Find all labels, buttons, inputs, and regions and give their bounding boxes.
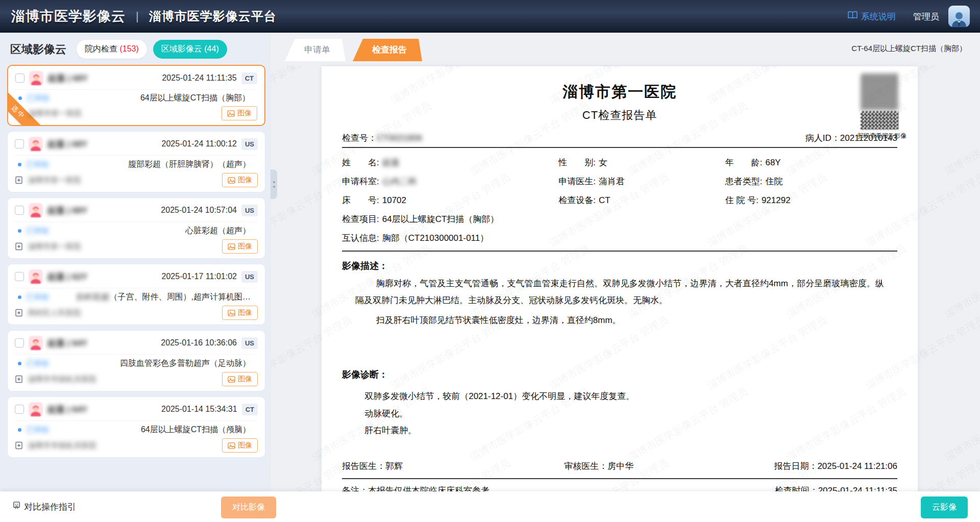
card-checkbox[interactable] [15, 272, 24, 281]
report-document: 扫码查看报告影像 淄博市第一医院 CT检查报告单 检查号：CT0021906 病… [322, 66, 918, 491]
exam-card[interactable]: 选中 赵嘉 | 68Y 2025-01-24 11:11:35 CT 已审核 6… [7, 65, 265, 126]
exam-status: 已审核 [26, 359, 49, 368]
exam-name: 四肢血管彩色多普勒超声（足动脉） [120, 358, 251, 369]
hospital-name: 淄博市第一医院 [28, 109, 82, 118]
patient-avatar-icon [29, 203, 43, 217]
system-help-link[interactable]: 系统说明 [848, 11, 896, 22]
card-checkbox[interactable] [15, 405, 24, 414]
description-body: 胸廓对称，气管及主支气管通畅，支气管血管束走行自然。双肺见多发微小结节，边界清，… [342, 275, 897, 329]
cloud-images-button[interactable]: 云影像 [921, 496, 968, 518]
description-paragraph: 扫及肝右叶顶部见结节状囊性低密度灶，边界清，直径约8mm。 [355, 312, 884, 329]
hospital-name: 淄博市第一医院 [28, 242, 81, 252]
description-title: 影像描述： [342, 260, 897, 272]
exam-name: 64层以上螺旋CT扫描（胸部） [140, 93, 250, 104]
exam-status: 已审核 [26, 292, 49, 302]
tab-regional-cloud[interactable]: 区域影像云 (44) [153, 40, 227, 59]
tab-hospital-exams[interactable]: 院内检查 (153) [77, 40, 147, 59]
exam-no: 检查号：CT0021906 [342, 132, 422, 144]
app-logo: 淄博市医学影像云 [11, 7, 126, 26]
modality-badge: US [241, 271, 258, 283]
status-dot [18, 295, 21, 299]
status-dot [18, 362, 21, 365]
exam-card[interactable]: 赵嘉 | 68Y 2025-01-24 11:00:12 US 已审核 腹部彩超… [7, 131, 265, 192]
sidebar-collapse-handle[interactable] [271, 169, 277, 199]
patient-field: 互认信息:胸部（CT210300001-011） [342, 232, 897, 244]
patient-avatar-icon [29, 336, 43, 350]
patient-avatar-icon [29, 269, 43, 284]
status-dot [18, 163, 21, 166]
exam-date: 2025-01-24 11:11:35 [162, 73, 236, 83]
modality-badge: US [241, 337, 258, 349]
app-header: 淄博市医学影像云 | 淄博市医学影像云平台 系统说明 管理员 [0, 0, 980, 33]
exam-card[interactable]: 赵嘉 | 64Y 2025-01-16 10:36:06 US 已审核 四肢血管… [7, 330, 265, 391]
hospital-icon [15, 309, 23, 317]
exam-card[interactable]: 赵嘉 | 68Y 2025-01-24 10:57:04 US 已审核 心脏彩超… [7, 197, 265, 259]
view-images-button[interactable]: 图像 [222, 173, 258, 187]
hospital-icon [15, 176, 23, 184]
exam-name: 妇科彩超（子宫、附件、周围）,超声计算机图… [77, 292, 251, 303]
card-checkbox[interactable] [15, 206, 24, 215]
patient-name: 赵嘉 | 64Y [47, 404, 87, 415]
patient-avatar-icon [29, 137, 43, 151]
description-paragraph: 胸廓对称，气管及主支气管通畅，支气管血管束走行自然。双肺见多发微小结节，边界清，… [355, 275, 884, 309]
patient-name: 赵嘉 | 68Y [47, 205, 87, 216]
exam-time: 检查时间：2025-01-24 11:11:35 [775, 485, 897, 491]
patient-field: 检查项目:64层以上螺旋CT扫描（胸部） [342, 213, 897, 225]
exam-name: 腹部彩超（肝胆脾胰肾）（超声） [128, 159, 251, 170]
patient-avatar-icon [29, 402, 43, 416]
logo-separator: | [136, 10, 139, 23]
exam-card[interactable]: 赵嘉 | 64Y 2025-01-14 15:34:31 CT 已审核 64层以… [7, 396, 265, 458]
exam-card[interactable]: 赵嘉 | 62Y 2025-01-17 11:01:02 US 已审核 妇科彩超… [7, 264, 265, 325]
view-images-button[interactable]: 图像 [222, 106, 257, 120]
hospital-name: 淄博市市级机关医院 [28, 375, 96, 384]
user-avatar[interactable] [948, 6, 970, 27]
modality-badge: US [241, 205, 258, 216]
exam-card-list: 选中 赵嘉 | 68Y 2025-01-24 11:11:35 CT 已审核 6… [0, 64, 271, 489]
report-note: 备注：本报告仅供本院临床床科室参考 [342, 485, 489, 491]
patient-fields: 姓 名:赵嘉性 别:女年 龄:68Y申请科室:心内二科申请医生:蒲肖君患者类型:… [342, 153, 897, 247]
view-images-button[interactable]: 图像 [222, 438, 258, 453]
status-dot [18, 229, 21, 233]
tab-exam-report[interactable]: 检查报告 [353, 39, 422, 61]
patient-name: 赵嘉 | 64Y [47, 337, 87, 349]
view-images-button[interactable]: 图像 [222, 306, 258, 320]
sidebar: 区域影像云 院内检查 (153) 区域影像云 (44) 选中 赵嘉 | 68Y [0, 33, 271, 522]
sidebar-title: 区域影像云 [10, 42, 66, 57]
diagnosis-line: 肝右叶囊肿。 [364, 422, 897, 439]
status-dot [18, 428, 21, 432]
diagnosis-title: 影像诊断： [342, 368, 897, 381]
regional-cloud-count: (44) [204, 44, 218, 53]
exam-date: 2025-01-24 11:00:12 [162, 139, 237, 148]
status-dot [18, 96, 22, 100]
modality-badge: CT [242, 404, 258, 415]
book-icon [848, 11, 857, 21]
compare-guide-link[interactable]: 对比操作指引 [12, 501, 76, 513]
exam-status: 已审核 [27, 93, 50, 103]
patient-field: 住 院 号:921292 [725, 194, 897, 206]
exam-status: 已审核 [26, 425, 49, 435]
card-checkbox[interactable] [15, 73, 24, 83]
compare-images-button[interactable]: 对比影像 [221, 496, 276, 518]
hospital-icon [15, 375, 23, 383]
bottom-bar: 对比操作指引 对比影像 云影像 [0, 491, 980, 522]
report-date: 报告日期：2025-01-24 11:21:06 [742, 460, 897, 472]
view-images-button[interactable]: 图像 [222, 239, 258, 254]
card-checkbox[interactable] [15, 139, 24, 148]
patient-name: 赵嘉 | 68Y [47, 138, 87, 150]
view-images-button[interactable]: 图像 [222, 372, 258, 386]
diagnosis-line: 动脉硬化。 [364, 405, 897, 422]
card-checkbox[interactable] [15, 338, 24, 347]
hospital-name: 淄博市第一医院 [28, 176, 81, 185]
qr-code [861, 111, 898, 130]
exam-date: 2025-01-17 11:01:02 [162, 272, 237, 281]
tab-request-form[interactable]: 申请单 [285, 39, 346, 61]
diagnosis-line: 双肺多发微小结节，较前（2021-12-01）变化不明显，建议年度复查。 [364, 388, 897, 405]
hospital-icon [15, 242, 23, 251]
patient-field: 申请科室:心内二科 [342, 176, 558, 187]
exam-date: 2025-01-14 15:34:31 [161, 405, 237, 414]
modality-badge: US [241, 138, 258, 150]
patient-field: 性 别:女 [558, 157, 725, 168]
exam-caption: CT-64层以上螺旋CT扫描（胸部） [851, 44, 967, 54]
patient-field: 申请医生:蒲肖君 [558, 176, 725, 187]
modality-badge: CT [241, 72, 257, 84]
